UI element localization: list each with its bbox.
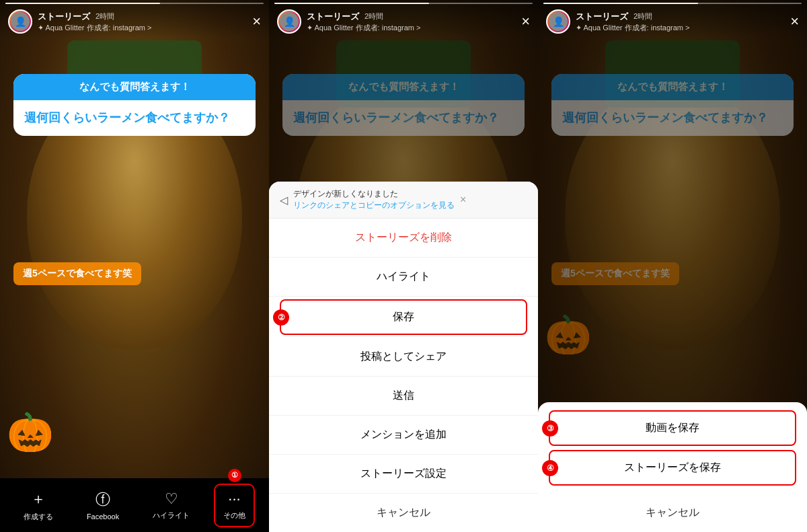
progress-fill-right — [543, 3, 698, 4]
story-username-right: ストーリーズ — [576, 11, 628, 23]
qa-body-left: 週何回くらいラーメン食べてますか？ — [13, 100, 256, 136]
qa-sticker-left: なんでも質問答えます！ 週何回くらいラーメン食べてますか？ — [13, 74, 256, 136]
story-username-mid: ストーリーズ — [307, 11, 359, 23]
avatar-right: 👤 — [546, 9, 570, 34]
more-icon: ··· — [228, 490, 240, 508]
avatar: 👤 — [8, 9, 32, 34]
character-left: 🎃 — [7, 410, 54, 455]
progress-bar-mid — [274, 3, 533, 4]
nav-create[interactable]: ＋ 作成する — [15, 484, 61, 527]
progress-fill — [5, 3, 160, 4]
notice-link[interactable]: リンクのシェアとコピーのオプションを見る — [293, 200, 455, 211]
progress-bar — [5, 3, 264, 4]
avatar-inner: 👤 — [11, 12, 30, 31]
nav-more[interactable]: ··· その他 — [215, 485, 254, 526]
notice-close-button[interactable]: × — [460, 194, 466, 206]
nav-highlight-label: ハイライト — [153, 510, 190, 521]
step-badge-1: ① — [228, 469, 241, 482]
story-time-right: 2時間 — [633, 11, 652, 22]
action-save[interactable]: ② 保存 — [280, 299, 527, 335]
notice-content: デザインが新しくなりました リンクのシェアとコピーのオプションを見る — [293, 188, 455, 211]
save-story-label: ストーリーズを保存 — [624, 461, 721, 475]
nav-more-wrap: ① ··· その他 — [215, 485, 254, 526]
action-settings[interactable]: ストーリーズ設定 — [269, 455, 538, 494]
close-button-mid[interactable]: × — [521, 13, 530, 30]
action-send[interactable]: 送信 — [269, 377, 538, 416]
action-sheet-notice: ◁ デザインが新しくなりました リンクのシェアとコピーのオプションを見る × — [269, 182, 538, 219]
story-time-mid: 2時間 — [364, 11, 383, 22]
cancel-button-mid[interactable]: キャンセル — [269, 494, 538, 532]
story-time: 2時間 — [95, 11, 114, 22]
avatar-mid: 👤 — [277, 9, 301, 34]
action-sheet: ◁ デザインが新しくなりました リンクのシェアとコピーのオプションを見る × ス… — [269, 182, 538, 532]
qa-header-left: なんでも質問答えます！ — [13, 74, 256, 100]
story-subname-mid: ✦ Aqua Glitter 作成者: instagram > — [307, 23, 516, 33]
story-header-left: 👤 ストーリーズ 2時間 ✦ Aqua Glitter 作成者: instagr… — [0, 0, 269, 38]
bottom-nav-left: ＋ 作成する ⓕ Facebook ♡ ハイライト ① ··· その他 — [0, 478, 269, 532]
save-video-label: 動画を保存 — [646, 421, 699, 435]
nav-facebook[interactable]: ⓕ Facebook — [79, 484, 127, 526]
action-share-post[interactable]: 投稿としてシェア — [269, 338, 538, 377]
left-panel: 👤 ストーリーズ 2時間 ✦ Aqua Glitter 作成者: instagr… — [0, 0, 269, 532]
story-header-right: 👤 ストーリーズ 2時間 ✦ Aqua Glitter 作成者: instagr… — [538, 0, 807, 38]
story-subname: ✦ Aqua Glitter 作成者: instagram > — [38, 23, 247, 33]
action-save-label: 保存 — [393, 310, 414, 324]
cancel-button-right[interactable]: キャンセル — [538, 494, 807, 532]
story-username: ストーリーズ — [38, 11, 90, 23]
step-badge-2: ② — [273, 309, 289, 326]
qa-question-left: 週何回くらいラーメン食べてますか？ — [24, 110, 245, 126]
right-panel: 👤 ストーリーズ 2時間 ✦ Aqua Glitter 作成者: instagr… — [538, 0, 807, 532]
nav-facebook-label: Facebook — [87, 512, 119, 521]
facebook-icon: ⓕ — [95, 490, 110, 510]
notice-icon: ◁ — [280, 194, 288, 206]
close-button-right[interactable]: × — [790, 13, 799, 30]
header-info: ストーリーズ 2時間 ✦ Aqua Glitter 作成者: instagram… — [38, 11, 247, 33]
avatar-inner-mid: 👤 — [280, 12, 299, 31]
nav-highlight[interactable]: ♡ ハイライト — [145, 485, 198, 526]
header-info-right: ストーリーズ 2時間 ✦ Aqua Glitter 作成者: instagram… — [576, 11, 785, 33]
progress-bar-right — [543, 3, 802, 4]
step-badge-4: ④ — [542, 460, 558, 476]
action-mention[interactable]: メンションを追加 — [269, 416, 538, 455]
header-info-mid: ストーリーズ 2時間 ✦ Aqua Glitter 作成者: instagram… — [307, 11, 516, 33]
middle-panel: 👤 ストーリーズ 2時間 ✦ Aqua Glitter 作成者: instagr… — [269, 0, 538, 532]
save-video-option[interactable]: ③ 動画を保存 — [549, 410, 796, 446]
notice-text: デザインが新しくなりました — [293, 188, 455, 200]
step-badge-3: ③ — [542, 420, 558, 436]
orange-sticker-left: 週5ペースで食べてます笑 — [13, 262, 141, 285]
avatar-inner-right: 👤 — [549, 12, 568, 31]
save-story-option[interactable]: ④ ストーリーズを保存 — [549, 450, 796, 486]
plus-icon: ＋ — [31, 489, 46, 509]
story-subname-right: ✦ Aqua Glitter 作成者: instagram > — [576, 23, 785, 33]
close-button[interactable]: × — [252, 13, 261, 30]
save-sheet: ③ 動画を保存 ④ ストーリーズを保存 キャンセル — [538, 402, 807, 532]
nav-create-label: 作成する — [24, 512, 53, 522]
progress-fill-mid — [274, 3, 429, 4]
heart-icon: ♡ — [165, 490, 178, 508]
action-highlight[interactable]: ハイライト — [269, 258, 538, 297]
story-header-mid: 👤 ストーリーズ 2時間 ✦ Aqua Glitter 作成者: instagr… — [269, 0, 538, 38]
nav-more-label: その他 — [223, 510, 245, 521]
action-delete[interactable]: ストーリーズを削除 — [269, 219, 538, 258]
